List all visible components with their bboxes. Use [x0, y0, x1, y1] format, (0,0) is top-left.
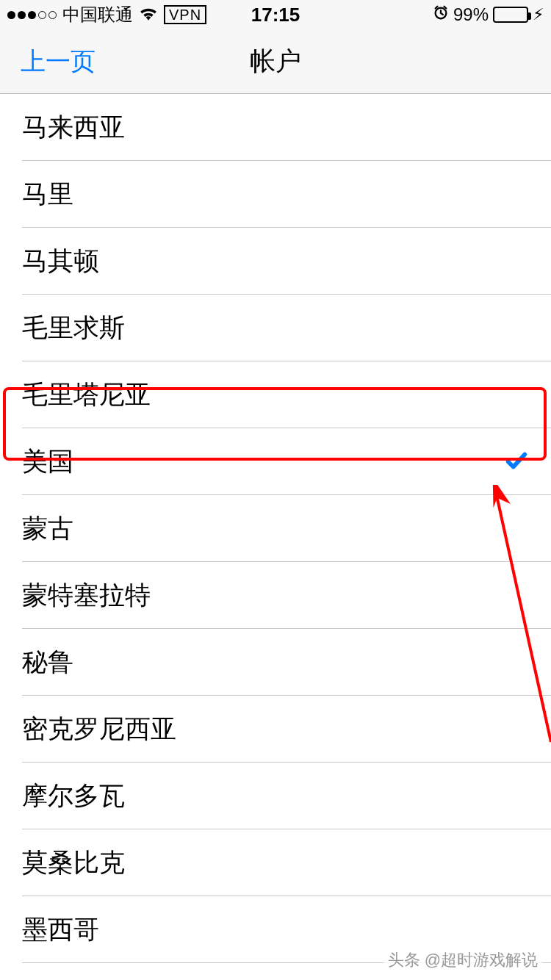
country-label: 美国 [22, 444, 73, 479]
checkmark-icon [504, 448, 529, 476]
vpn-indicator: VPN [164, 5, 206, 24]
status-right: 99% ⚡︎ [433, 4, 544, 25]
country-row[interactable]: 毛里求斯 [0, 295, 551, 361]
country-row[interactable]: 马里 [0, 161, 551, 228]
country-label: 墨西哥 [22, 912, 99, 947]
country-label: 密克罗尼西亚 [22, 712, 176, 746]
back-button[interactable]: 上一页 [0, 45, 96, 79]
watermark: 头条 @超时游戏解说 [383, 948, 542, 973]
country-list[interactable]: 马来西亚马里马其顿毛里求斯毛里塔尼亚美国蒙古蒙特塞拉特秘鲁密克罗尼西亚摩尔多瓦莫… [0, 94, 551, 980]
country-label: 摩尔多瓦 [22, 779, 125, 813]
country-row[interactable]: 美国 [0, 428, 551, 495]
status-bar: 中国联通 VPN 17:15 99% ⚡︎ [0, 0, 551, 29]
country-row[interactable]: 蒙特塞拉特 [0, 562, 551, 629]
signal-strength-icon [7, 11, 57, 19]
wifi-icon [139, 4, 158, 25]
country-row[interactable]: 密克罗尼西亚 [0, 696, 551, 763]
clock: 17:15 [251, 4, 300, 26]
country-label: 蒙特塞拉特 [22, 578, 151, 613]
country-row[interactable]: 毛里塔尼亚 [0, 361, 551, 428]
country-row[interactable]: 秘鲁 [0, 629, 551, 696]
country-row[interactable]: 蒙古 [0, 495, 551, 562]
country-label: 马来西亚 [22, 110, 125, 145]
country-row[interactable]: 莫桑比克 [0, 829, 551, 896]
navigation-bar: 上一页 帐户 [0, 29, 551, 94]
status-left: 中国联通 VPN [7, 3, 206, 26]
country-label: 秘鲁 [22, 645, 73, 680]
country-row[interactable]: 摩尔多瓦 [0, 763, 551, 829]
country-label: 毛里求斯 [22, 311, 125, 345]
country-row[interactable]: 马来西亚 [0, 94, 551, 161]
country-label: 蒙古 [22, 511, 73, 546]
charging-icon: ⚡︎ [533, 5, 544, 24]
carrier-label: 中国联通 [62, 3, 133, 26]
country-label: 马其顿 [22, 244, 99, 278]
country-label: 莫桑比克 [22, 846, 125, 880]
battery-icon [493, 7, 528, 23]
alarm-icon [433, 4, 449, 25]
battery-percent: 99% [453, 4, 489, 25]
country-row[interactable]: 马其顿 [0, 228, 551, 295]
country-label: 马里 [22, 177, 73, 212]
page-title: 帐户 [250, 44, 301, 79]
country-label: 毛里塔尼亚 [22, 378, 151, 412]
